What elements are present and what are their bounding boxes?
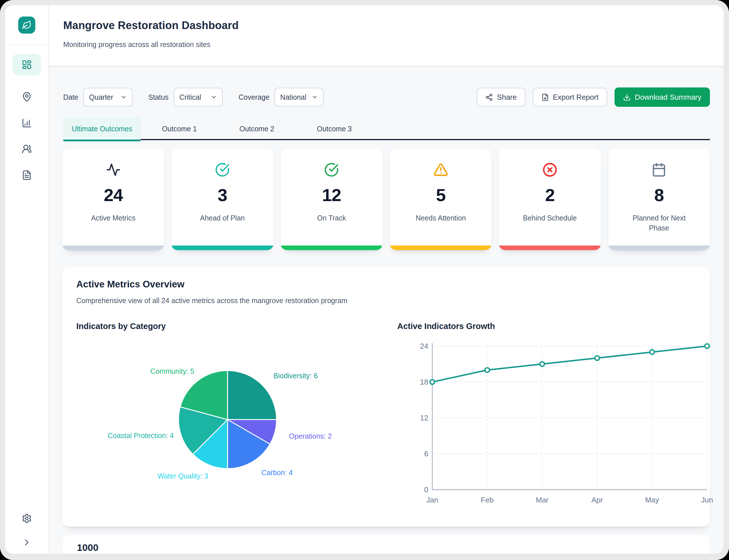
svg-text:12: 12 [420,414,428,422]
sidebar-collapse-button[interactable] [13,534,41,551]
stat-card-active-metrics: 24 Active Metrics [62,149,164,250]
stat-card-planned-next-phase: 8 Planned for Next Phase [608,149,710,250]
sidebar-item-settings[interactable] [13,510,41,527]
stat-value: 24 [104,185,123,205]
status-select[interactable]: Critical [174,88,223,107]
filter-date-label: Date [63,93,78,101]
pie-label-coastal-protection: Coastal Protection: 4 [108,432,174,440]
coverage-select-value: National [280,93,307,101]
share-button[interactable]: Share [477,88,525,107]
status-select-value: Critical [179,93,201,101]
export-report-button-label: Export Report [553,93,599,102]
stat-value: 5 [436,185,445,205]
svg-text:18: 18 [420,378,428,386]
chevron-down-icon [211,94,217,100]
svg-text:6: 6 [424,449,428,458]
stat-label: Behind Schedule [523,213,577,223]
pie-chart-title: Indicators by Category [76,322,166,331]
stat-label: On Track [317,213,346,223]
svg-text:Apr: Apr [591,496,603,504]
stat-card-ahead-of-plan: 3 Ahead of Plan [172,149,273,250]
coverage-select[interactable]: National [275,88,324,107]
sidebar-item-dashboard[interactable] [13,54,41,75]
action-buttons: Share Export Report Download Summary [477,87,710,107]
calendar-icon [652,162,666,177]
triangle-alert-icon [433,162,448,177]
tab-ultimate-outcomes[interactable]: Ultimate Outcomes [63,117,141,140]
tab-outcome-3[interactable]: Outcome 3 [296,117,373,140]
stat-label: Planned for Next Phase [626,213,692,233]
stat-card-on-track: 12 On Track [281,149,382,250]
page-subtitle: Monitoring progress across all restorati… [63,40,211,49]
growth-line-chart: 06121824JanFebMarAprMayJun [406,335,713,512]
tab-outcome-1[interactable]: Outcome 1 [141,117,218,140]
page-header: Mangrove Restoration Dashboard Monitorin… [49,5,724,66]
line-chart-title: Active Indicators Growth [397,322,495,331]
stat-accent-bar [281,246,382,250]
chevron-right-icon [22,537,32,547]
layout-dashboard-icon [22,60,32,70]
sidebar-divider [5,44,48,45]
app-logo [18,17,35,34]
stat-card-behind-schedule: 2 Behind Schedule [499,149,601,250]
date-select-value: Quarter [89,93,113,101]
map-pin-icon [22,92,32,102]
filter-coverage-label: Coverage [239,93,270,101]
pie-label-biodiversity: Biodiversity: 6 [273,372,318,380]
leaf-icon [22,20,32,30]
bottom-card-value: 1000 [77,542,99,553]
svg-text:Jun: Jun [701,496,713,504]
bottom-card: 1000 [62,535,710,554]
tab-outcome-2[interactable]: Outcome 2 [218,117,296,140]
settings-icon [22,513,32,524]
filter-date: Date Quarter [63,88,132,107]
circle-check-icon [324,162,339,177]
download-summary-button-label: Download Summary [635,93,701,102]
active-metrics-overview-card: Active Metrics Overview Comprehensive vi… [62,267,710,527]
page-title: Mangrove Restoration Dashboard [63,19,239,32]
stat-label: Ahead of Plan [200,213,245,223]
stat-value: 3 [218,185,227,205]
stat-label: Active Metrics [91,213,136,223]
filter-status-label: Status [148,93,169,101]
svg-text:May: May [645,496,659,504]
svg-text:0: 0 [424,485,428,494]
export-report-button[interactable]: Export Report [533,88,607,107]
main-content: Date Quarter Status Critical Coverage Na… [49,67,724,554]
chevron-down-icon [121,94,127,100]
stat-card-needs-attention: 5 Needs Attention [390,149,491,250]
filter-coverage: Coverage National [239,88,324,107]
file-text-icon [22,170,32,180]
chevron-down-icon [312,94,318,100]
file-download-icon [541,93,549,101]
filter-bar: Date Quarter Status Critical Coverage Na… [63,87,710,107]
sidebar-item-locations[interactable] [13,88,41,105]
sidebar [5,5,48,554]
download-summary-button[interactable]: Download Summary [614,87,710,107]
sidebar-item-team[interactable] [13,140,41,158]
stat-accent-bar [499,246,601,250]
stat-accent-bar [62,246,164,250]
svg-text:Feb: Feb [481,496,494,504]
stat-value: 8 [654,185,664,205]
sidebar-item-reports[interactable] [13,167,41,184]
stat-value: 2 [545,185,554,205]
outcome-tabs: Ultimate Outcomes Outcome 1 Outcome 2 Ou… [63,117,710,140]
sidebar-item-analytics[interactable] [13,115,41,132]
stat-accent-bar [390,246,491,250]
svg-text:24: 24 [420,342,428,350]
filter-status: Status Critical [148,88,223,107]
app-window: Mangrove Restoration Dashboard Monitorin… [0,0,729,560]
circle-check-icon [215,162,230,177]
svg-text:Mar: Mar [536,496,549,504]
pie-label-water-quality: Water Quality: 3 [158,472,208,480]
activity-icon [106,162,121,177]
circle-x-icon [542,162,557,177]
share-button-label: Share [497,93,516,102]
date-select[interactable]: Quarter [83,88,132,107]
overview-subtitle: Comprehensive view of all 24 active metr… [76,297,348,305]
pie-label-community: Community: 5 [150,367,194,375]
pie-label-operations: Operations: 2 [289,432,332,440]
users-icon [22,144,32,154]
download-icon [623,93,631,101]
